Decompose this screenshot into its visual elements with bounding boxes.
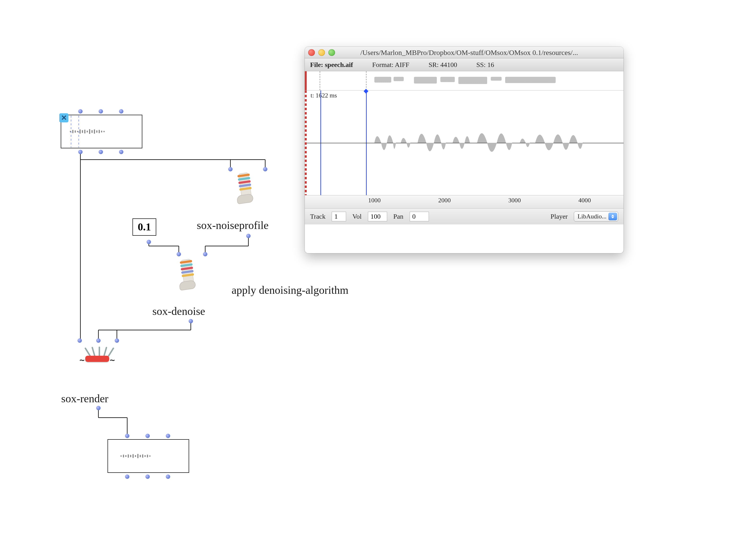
render-label: sox-render <box>61 392 108 406</box>
numbox-value: 0.1 <box>138 221 151 233</box>
waveform-view[interactable]: t: 1622 ms <box>305 90 623 195</box>
ss-label: SS: 16 <box>477 62 494 68</box>
render-icon: ~ ~ <box>80 348 114 370</box>
noiseprofile-label: sox-noiseprofile <box>197 218 268 232</box>
time-ruler[interactable]: 1000 2000 3000 4000 <box>305 195 623 209</box>
chevrons-icon <box>608 213 617 220</box>
sock-icon <box>232 171 259 206</box>
window-title: /Users/Marlon_MBPro/Dropbox/OM-stuff/OMs… <box>338 49 600 56</box>
gutter <box>305 71 307 90</box>
transport-bar: Track Vol Pan Player LibAudio... <box>305 209 623 224</box>
ruler-tick: 4000 <box>578 197 591 204</box>
ruler-tick: 3000 <box>508 197 521 204</box>
sock-icon <box>174 258 201 292</box>
overview-track[interactable] <box>305 71 623 90</box>
sound-output-box[interactable] <box>107 439 189 473</box>
amount-numbox[interactable]: 0.1 <box>133 218 156 236</box>
volume-input[interactable] <box>368 212 387 221</box>
comment-text: apply denoising-algorithm <box>232 283 348 297</box>
mini-waveform-icon <box>70 129 135 134</box>
denoise-label: sox-denoise <box>152 304 205 318</box>
mini-waveform-icon <box>120 453 178 459</box>
pan-input[interactable] <box>410 212 429 221</box>
sound-input-box[interactable]: ✕ <box>61 115 142 148</box>
time-label: t: 1622 ms <box>311 92 337 99</box>
pan-label: Pan <box>393 213 404 220</box>
minimize-icon[interactable] <box>318 49 325 56</box>
zoom-icon[interactable] <box>328 49 335 56</box>
file-label: File: speech.aif <box>310 62 353 68</box>
ruler-tick: 1000 <box>368 197 381 204</box>
close-icon[interactable] <box>308 49 315 56</box>
sel-end-marker[interactable] <box>366 71 366 90</box>
track-input[interactable] <box>332 212 346 221</box>
ruler-tick: 2000 <box>438 197 451 204</box>
sel-start-marker[interactable] <box>320 71 320 90</box>
sound-marker-icon: ✕ <box>59 113 68 123</box>
titlebar[interactable]: /Users/Marlon_MBPro/Dropbox/OM-stuff/OMs… <box>305 47 623 58</box>
track-label: Track <box>310 213 325 220</box>
format-label: Format: AIFF <box>372 62 409 68</box>
sound-editor-window[interactable]: /Users/Marlon_MBPro/Dropbox/OM-stuff/OMs… <box>305 47 623 253</box>
player-select[interactable]: LibAudio... <box>574 212 618 222</box>
sr-label: SR: 44100 <box>429 62 457 68</box>
player-label: Player <box>551 213 568 220</box>
info-bar: File: speech.aif Format: AIFF SR: 44100 … <box>305 58 623 71</box>
player-value: LibAudio... <box>577 213 606 220</box>
vol-label: Vol <box>352 213 361 220</box>
